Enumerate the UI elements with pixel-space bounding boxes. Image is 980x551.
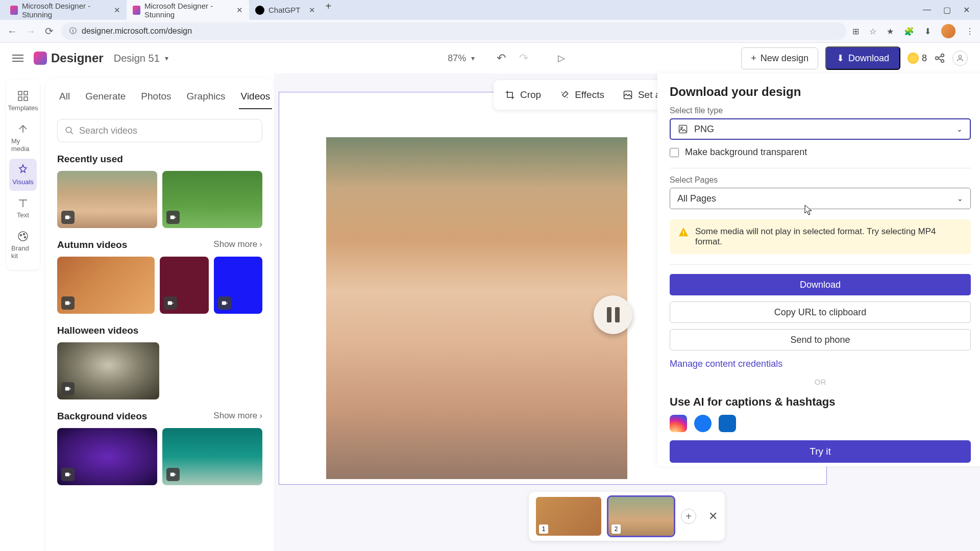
hamburger-icon[interactable] — [12, 55, 23, 62]
video-thumb[interactable] — [162, 428, 262, 485]
pages-select[interactable]: All Pages ⌄ — [670, 188, 971, 209]
url-field[interactable]: ⓘ designer.microsoft.com/design — [61, 22, 846, 40]
redo-icon[interactable]: ↷ — [518, 52, 530, 64]
install-app-icon[interactable]: ⊞ — [852, 27, 859, 36]
site-info-icon[interactable]: ⓘ — [69, 27, 77, 36]
extension-icon[interactable]: 🧩 — [904, 27, 914, 36]
video-thumb[interactable] — [57, 257, 155, 314]
manage-credentials-link[interactable]: Manage content credentials — [670, 359, 971, 369]
designer-logo[interactable]: Designer — [34, 51, 104, 65]
back-icon[interactable]: ← — [6, 25, 18, 37]
rail-item-brand-kit[interactable]: Brand kit — [9, 225, 37, 265]
svg-rect-18 — [65, 387, 69, 391]
video-thumb[interactable] — [160, 257, 209, 314]
profile-avatar[interactable] — [941, 24, 955, 38]
section-halloween: Halloween videos — [57, 325, 262, 336]
svg-rect-22 — [679, 126, 687, 133]
video-thumb[interactable] — [214, 257, 263, 314]
checkbox-input[interactable] — [670, 148, 679, 157]
video-icon — [61, 468, 75, 481]
background-icon — [623, 90, 633, 100]
rail-label: Text — [17, 211, 29, 219]
rail-label: Brand kit — [11, 244, 35, 260]
tab-generate[interactable]: Generate — [83, 88, 128, 109]
divider — [670, 168, 971, 168]
svg-point-10 — [23, 234, 25, 235]
linkedin-icon[interactable] — [719, 415, 736, 432]
instagram-icon[interactable] — [670, 415, 687, 432]
close-icon[interactable]: ✕ — [708, 510, 718, 523]
add-page-button[interactable]: + — [681, 509, 696, 524]
effects-button[interactable]: Effects — [550, 84, 614, 106]
forward-icon[interactable]: → — [24, 25, 37, 37]
reload-icon[interactable]: ⟳ — [43, 25, 55, 37]
share-icon[interactable] — [934, 53, 945, 64]
design-name-dropdown[interactable]: Design 51 ▾ — [114, 53, 168, 64]
new-design-button[interactable]: + New design — [741, 47, 818, 69]
thumb-row — [57, 342, 262, 399]
download-icon[interactable]: ⬇ — [924, 27, 931, 36]
close-icon[interactable]: ✕ — [309, 6, 315, 15]
tab-title: ChatGPT — [268, 6, 301, 14]
rail-item-my-media[interactable]: My media — [9, 118, 37, 158]
minimize-icon[interactable]: — — [923, 5, 931, 15]
copy-url-button[interactable]: Copy URL to clipboard — [670, 302, 971, 323]
play-icon[interactable]: ▷ — [555, 52, 568, 64]
video-icon — [61, 296, 75, 310]
tab-photos[interactable]: Photos — [139, 88, 173, 109]
video-thumb[interactable] — [162, 171, 262, 228]
search-input[interactable]: Search videos — [57, 119, 262, 142]
crop-button[interactable]: Crop — [496, 84, 550, 106]
coins-counter[interactable]: 8 — [908, 53, 927, 64]
chevron-down-icon: ▾ — [165, 54, 168, 62]
favicon-designer-icon — [133, 6, 140, 15]
download-button[interactable]: ⬇ Download — [825, 46, 900, 70]
video-thumb[interactable] — [57, 428, 157, 485]
maximize-icon[interactable]: ▢ — [943, 5, 951, 15]
svg-rect-19 — [65, 473, 69, 477]
browser-tab-1[interactable]: Microsoft Designer - Stunning ✕ — [4, 0, 127, 22]
undo-icon[interactable]: ↶ — [495, 52, 507, 64]
video-icon — [61, 211, 75, 224]
header-actions: + New design ⬇ Download 8 — [741, 46, 968, 70]
file-type-select[interactable]: PNG ⌄ — [670, 118, 971, 140]
new-tab-button[interactable]: + — [322, 0, 336, 22]
transparent-bg-checkbox[interactable]: Make background transparent — [670, 147, 971, 158]
send-to-phone-button[interactable]: Send to phone — [670, 329, 971, 350]
facebook-icon[interactable] — [694, 415, 712, 432]
svg-rect-6 — [18, 97, 22, 101]
search-placeholder: Search videos — [79, 126, 137, 136]
tab-graphics[interactable]: Graphics — [185, 88, 228, 109]
main-area: Templates My media Visuals Text Brand ki… — [0, 73, 980, 551]
browser-tab-2[interactable]: Microsoft Designer - Stunning ✕ — [127, 0, 249, 22]
video-thumb[interactable] — [57, 171, 157, 228]
tab-videos[interactable]: Videos — [239, 88, 273, 109]
close-window-icon[interactable]: ✕ — [963, 5, 970, 15]
try-it-button[interactable]: Try it — [670, 440, 971, 463]
svg-rect-25 — [683, 235, 684, 236]
section-autumn: Autumn videos Show more › — [57, 239, 262, 251]
download-action-button[interactable]: Download — [670, 274, 971, 295]
page-thumb-2[interactable]: 2 — [608, 497, 674, 536]
user-icon[interactable] — [952, 51, 968, 66]
tab-all[interactable]: All — [57, 88, 72, 109]
rail-item-visuals[interactable]: Visuals — [9, 159, 37, 191]
canvas-image[interactable] — [326, 137, 627, 479]
browser-tab-3[interactable]: ChatGPT ✕ — [249, 0, 322, 22]
new-design-label: New design — [761, 53, 808, 64]
svg-point-0 — [936, 57, 939, 60]
page-thumb-1[interactable]: 1 — [536, 497, 601, 536]
close-icon[interactable]: ✕ — [114, 6, 120, 15]
rail-item-text[interactable]: Text — [9, 192, 37, 224]
video-thumb[interactable] — [57, 342, 159, 399]
zoom-control[interactable]: 87% ▾ — [448, 53, 475, 64]
zoom-value: 87% — [448, 53, 466, 64]
show-more-link[interactable]: Show more › — [213, 239, 262, 249]
bookmark-icon[interactable]: ☆ — [869, 27, 876, 36]
star-icon[interactable]: ★ — [887, 27, 894, 36]
rail-item-templates[interactable]: Templates — [9, 85, 37, 117]
pause-button[interactable] — [594, 295, 632, 334]
close-icon[interactable]: ✕ — [236, 6, 243, 15]
menu-icon[interactable]: ⋮ — [966, 27, 974, 36]
show-more-link[interactable]: Show more › — [213, 411, 262, 421]
